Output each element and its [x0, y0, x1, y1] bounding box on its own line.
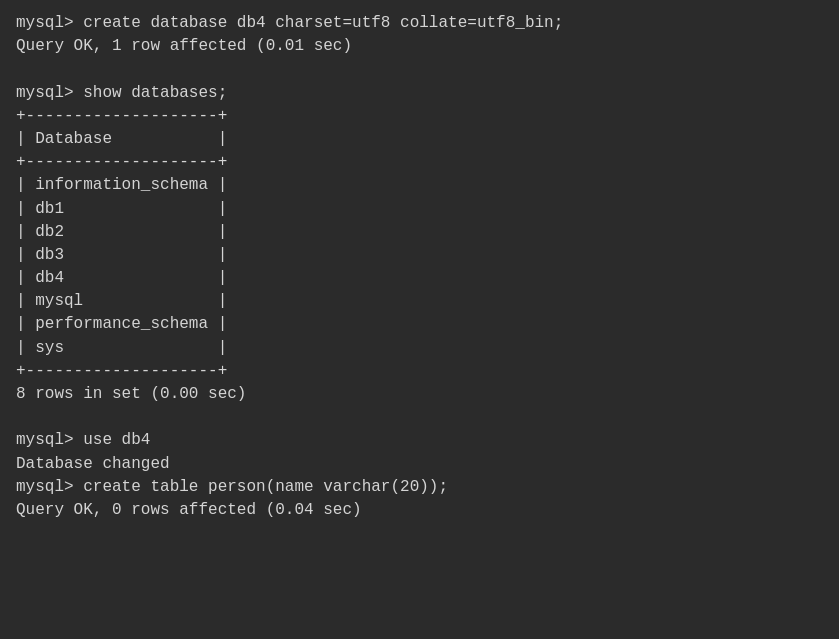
- terminal-line: | db2 |: [16, 221, 823, 244]
- terminal-line: | sys |: [16, 337, 823, 360]
- terminal-line: Database changed: [16, 453, 823, 476]
- terminal-line: | db1 |: [16, 198, 823, 221]
- terminal-line: | Database |: [16, 128, 823, 151]
- terminal-line: +--------------------+: [16, 105, 823, 128]
- empty-line: [16, 406, 823, 429]
- terminal-line: mysql> create table person(name varchar(…: [16, 476, 823, 499]
- terminal-line: | db3 |: [16, 244, 823, 267]
- terminal-line: | db4 |: [16, 267, 823, 290]
- terminal-line: mysql> show databases;: [16, 82, 823, 105]
- terminal-line: +--------------------+: [16, 360, 823, 383]
- terminal-line: mysql> use db4: [16, 429, 823, 452]
- terminal-line: mysql> create database db4 charset=utf8 …: [16, 12, 823, 35]
- terminal-line: +--------------------+: [16, 151, 823, 174]
- terminal-line: Query OK, 1 row affected (0.01 sec): [16, 35, 823, 58]
- terminal-line: | performance_schema |: [16, 313, 823, 336]
- terminal-line: Query OK, 0 rows affected (0.04 sec): [16, 499, 823, 522]
- terminal-line: | mysql |: [16, 290, 823, 313]
- empty-line: [16, 58, 823, 81]
- terminal-line: | information_schema |: [16, 174, 823, 197]
- terminal-line: 8 rows in set (0.00 sec): [16, 383, 823, 406]
- terminal-window[interactable]: mysql> create database db4 charset=utf8 …: [0, 0, 839, 639]
